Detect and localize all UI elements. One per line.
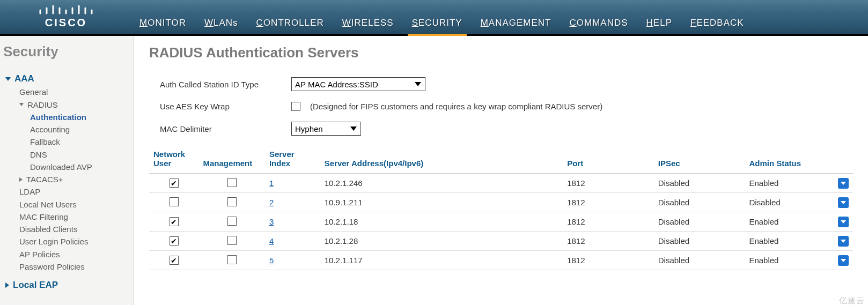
sidebar-section-aaa[interactable]: AAA [5, 72, 128, 86]
server-index-link[interactable]: 4 [269, 236, 274, 246]
sidebar-item-password-policies[interactable]: Password Policies [19, 261, 128, 273]
ipsec-cell: Disabled [654, 193, 745, 212]
server-index-link[interactable]: 2 [269, 198, 274, 207]
admin-status-cell: Enabled [745, 232, 833, 251]
table-row: 310.2.1.181812DisabledEnabled [149, 212, 853, 232]
admin-status-cell: Enabled [745, 174, 833, 193]
caret-down-icon [19, 103, 24, 106]
server-address-cell: 10.2.1.246 [320, 174, 563, 193]
server-index-link[interactable]: 1 [269, 178, 274, 188]
sidebar-section-local-eap[interactable]: Local EAP [5, 278, 128, 292]
ipsec-cell: Disabled [654, 174, 745, 193]
ipsec-cell: Disabled [654, 212, 745, 232]
main-nav: MONITORWLANsCONTROLLERWIRELESSSECURITYMA… [134, 18, 744, 34]
table-row: 410.2.1.281812DisabledEnabled [149, 232, 853, 251]
sidebar-title: Security [3, 43, 128, 60]
row-actions-dropdown[interactable] [838, 236, 849, 247]
sidebar-item-ap-policies[interactable]: AP Policies [19, 248, 128, 261]
admin-status-cell: Enabled [745, 251, 833, 270]
sidebar-label-aaa: AAA [14, 72, 34, 86]
sidebar-item-accounting[interactable]: Accounting [30, 123, 128, 136]
aes-key-wrap-label: Use AES Key Wrap [160, 102, 291, 111]
sidebar-item-downloaded-avp[interactable]: Downloaded AVP [30, 161, 128, 173]
nav-item-anagement[interactable]: MANAGEMENT [481, 18, 551, 28]
sidebar-item-fallback[interactable]: Fallback [30, 136, 128, 148]
row-actions-dropdown[interactable] [838, 255, 849, 266]
network-user-checkbox[interactable] [170, 217, 179, 226]
port-cell: 1812 [563, 232, 654, 251]
aes-key-wrap-hint: (Designed for FIPS customers and require… [310, 102, 602, 111]
nav-item-ommands[interactable]: COMMANDS [570, 18, 628, 28]
settings-form: Auth Called Station ID Type AP MAC Addre… [160, 77, 853, 136]
management-checkbox[interactable] [227, 236, 237, 245]
nav-item-lans[interactable]: WLANs [204, 18, 238, 28]
mac-delimiter-select[interactable]: Hyphen [291, 122, 361, 136]
nav-item-ireless[interactable]: WIRELESS [342, 18, 394, 28]
sidebar-item-disabled-clients[interactable]: Disabled Clients [19, 223, 128, 235]
nav-item-onitor[interactable]: MONITOR [139, 18, 186, 28]
sidebar-item-tacacs[interactable]: TACACS+ [19, 173, 128, 185]
th-network-user: Network User [149, 146, 199, 174]
nav-item-ecurity[interactable]: SECURITY [412, 18, 462, 28]
sidebar-item-ldap[interactable]: LDAP [19, 185, 128, 198]
sidebar-item-local-net-users[interactable]: Local Net Users [19, 198, 128, 211]
admin-status-cell: Enabled [745, 212, 833, 232]
row-actions-dropdown[interactable] [838, 197, 849, 208]
sidebar-label-radius: RADIUS [27, 99, 58, 111]
th-admin-status: Admin Status [745, 146, 833, 174]
table-row: 210.9.1.2111812DisabledDisabled [149, 193, 853, 212]
auth-called-station-select[interactable]: AP MAC Address:SSID [291, 77, 425, 91]
server-address-cell: 10.2.1.28 [320, 232, 563, 251]
svg-text:CISCO: CISCO [45, 17, 87, 28]
server-address-cell: 10.2.1.117 [320, 251, 563, 270]
port-cell: 1812 [563, 174, 654, 193]
server-index-link[interactable]: 3 [269, 217, 274, 226]
network-user-checkbox[interactable] [170, 178, 179, 188]
row-actions-dropdown[interactable] [838, 217, 849, 227]
management-checkbox[interactable] [227, 178, 237, 187]
sidebar-item-dns[interactable]: DNS [30, 148, 128, 161]
ipsec-cell: Disabled [654, 251, 745, 270]
th-server-address: Server Address(Ipv4/Ipv6) [320, 146, 563, 174]
ipsec-cell: Disabled [654, 232, 745, 251]
th-actions [833, 146, 853, 174]
server-address-cell: 10.9.1.211 [320, 193, 563, 212]
aes-key-wrap-checkbox[interactable] [291, 102, 300, 111]
main-content: RADIUS Authentication Servers Auth Calle… [134, 36, 868, 305]
nav-item-elp[interactable]: HELP [646, 18, 672, 28]
auth-called-station-label: Auth Called Station ID Type [160, 80, 291, 89]
th-server-index: Server Index [265, 146, 320, 174]
caret-right-icon [5, 282, 9, 288]
network-user-checkbox[interactable] [170, 256, 179, 265]
th-ipsec: IPSec [654, 146, 745, 174]
sidebar-label-local-eap: Local EAP [13, 278, 58, 292]
port-cell: 1812 [563, 212, 654, 232]
caret-down-icon [5, 77, 11, 81]
row-actions-dropdown[interactable] [838, 178, 849, 189]
nav-item-ontroller[interactable]: CONTROLLER [256, 18, 324, 28]
sidebar-item-radius[interactable]: RADIUS [19, 99, 128, 111]
th-port: Port [563, 146, 654, 174]
management-checkbox[interactable] [227, 217, 237, 226]
caret-right-icon [19, 177, 23, 182]
top-bar: CISCO MONITORWLANsCONTROLLERWIRELESSSECU… [0, 0, 868, 36]
page-title: RADIUS Authentication Servers [149, 44, 853, 61]
sidebar-item-mac-filtering[interactable]: MAC Filtering [19, 211, 128, 223]
th-management: Management [199, 146, 265, 174]
admin-status-cell: Disabled [745, 193, 833, 212]
server-index-link[interactable]: 5 [269, 256, 274, 265]
nav-item-eedback[interactable]: FEEDBACK [690, 18, 744, 28]
sidebar-label-tacacs: TACACS+ [26, 173, 63, 185]
management-checkbox[interactable] [227, 255, 237, 264]
cisco-logo: CISCO [0, 0, 134, 34]
management-checkbox[interactable] [227, 197, 237, 206]
mac-delimiter-label: MAC Delimiter [160, 124, 291, 133]
network-user-checkbox[interactable] [170, 197, 179, 206]
table-row: 110.2.1.2461812DisabledEnabled [149, 174, 853, 193]
sidebar-item-authentication[interactable]: Authentication [30, 111, 128, 123]
port-cell: 1812 [563, 193, 654, 212]
sidebar-item-user-login-policies[interactable]: User Login Policies [19, 235, 128, 248]
network-user-checkbox[interactable] [170, 236, 179, 246]
radius-servers-table: Network User Management Server Index Ser… [149, 146, 853, 270]
sidebar-item-general[interactable]: General [19, 86, 128, 98]
